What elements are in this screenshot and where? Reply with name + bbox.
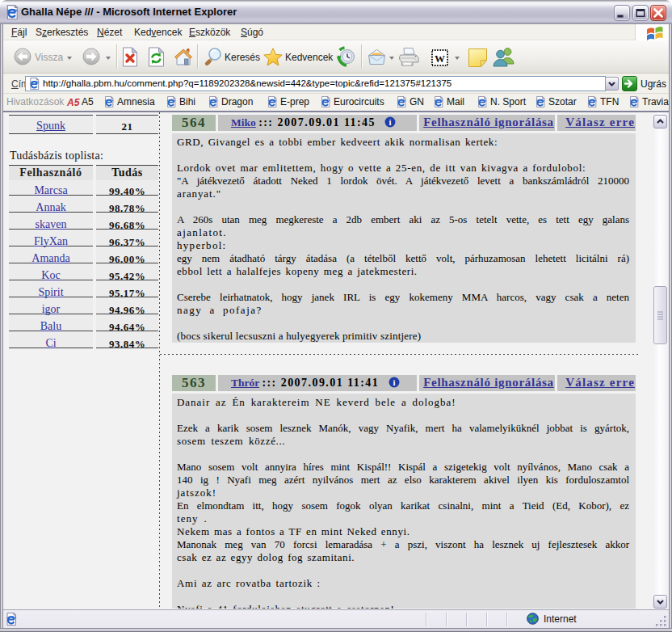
svg-text:i: i — [389, 117, 392, 127]
svg-text:W: W — [435, 53, 445, 65]
svg-text:i: i — [393, 377, 395, 387]
